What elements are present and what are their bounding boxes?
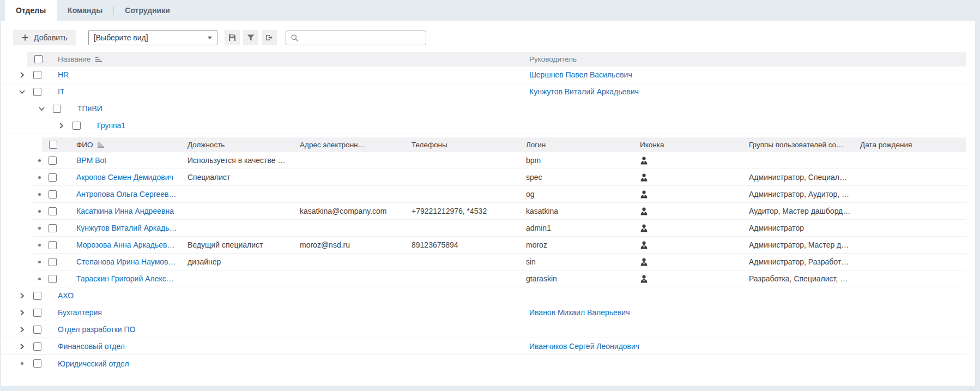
tab-bar: Отделы Команды Сотрудники <box>0 0 980 21</box>
column-header-fio[interactable]: ФИО <box>76 141 187 149</box>
manager-link[interactable]: Кунжутов Виталий Аркадьевич <box>529 87 639 96</box>
column-header-phones[interactable]: Телефоны <box>412 141 526 149</box>
row-checkbox[interactable] <box>33 88 41 96</box>
bullet-icon <box>38 244 41 246</box>
column-header-icon[interactable]: Иконка <box>640 141 749 149</box>
column-header-login[interactable]: Логин <box>526 141 640 149</box>
row-checkbox[interactable] <box>33 359 41 368</box>
position-cell: дизайнер <box>187 257 300 266</box>
column-header-email[interactable]: Адрес электронн… <box>300 141 412 149</box>
content-panel: Добавить [Выберите вид] <box>1 21 975 386</box>
department-link[interactable]: Группа1 <box>97 121 125 130</box>
bullet-icon <box>21 362 23 365</box>
employee-link[interactable]: Тараскин Григорий Алекс… <box>76 274 174 283</box>
groups-cell: Администратор <box>749 224 860 232</box>
row-checkbox[interactable] <box>33 326 41 334</box>
column-header-groups[interactable]: Группы пользователей со… <box>749 141 860 149</box>
filter-button[interactable] <box>243 30 258 45</box>
row-checkbox[interactable] <box>49 190 57 198</box>
save-view-button[interactable] <box>225 30 240 45</box>
position-cell: Ведущий специалист <box>187 240 300 249</box>
column-header-name[interactable]: Название <box>58 55 102 63</box>
tab-teams[interactable]: Команды <box>57 0 113 21</box>
bullet-icon <box>38 261 41 263</box>
column-header-manager[interactable]: Руководитель <box>527 55 966 63</box>
employee-link[interactable]: Акропов Семен Демидович <box>76 173 173 182</box>
add-button[interactable]: Добавить <box>13 30 76 45</box>
email-cell: kasatkina@company.com <box>300 207 412 215</box>
row-checkbox[interactable] <box>33 309 41 317</box>
person-icon <box>640 207 648 215</box>
groups-cell: Администратор, Разработ… <box>749 257 860 266</box>
groups-cell: Администратор, Мастер д… <box>749 240 860 249</box>
collapse-button[interactable] <box>18 88 26 95</box>
select-all-checkbox[interactable] <box>34 55 43 63</box>
groups-cell: Администратор, Специал… <box>749 173 860 182</box>
export-button[interactable] <box>262 30 277 45</box>
bullet-icon <box>38 193 41 196</box>
view-select-value: [Выберите вид] <box>94 33 148 42</box>
login-cell: gtaraskin <box>526 274 640 283</box>
department-link[interactable]: Отдел разработки ПО <box>58 325 136 334</box>
tab-departments[interactable]: Отделы <box>5 0 57 21</box>
phones-cell: +79221212976, *4532 <box>412 207 526 215</box>
column-header-birthdate[interactable]: Дата рождения <box>860 141 966 149</box>
view-select[interactable]: [Выберите вид] <box>88 30 217 45</box>
row-checkbox[interactable] <box>53 105 61 113</box>
person-icon <box>640 173 648 182</box>
row-checkbox[interactable] <box>49 224 57 232</box>
collapse-button[interactable] <box>38 105 45 112</box>
groups-cell: Администратор, Аудитор, … <box>749 190 860 198</box>
row-checkbox[interactable] <box>49 157 57 165</box>
department-row-finansovyj: Финансовый отдел Иванчиков Сергей Леонид… <box>1 338 966 355</box>
person-icon <box>640 258 648 266</box>
row-checkbox[interactable] <box>72 122 81 130</box>
employee-link[interactable]: Касаткина Инна Андреевна <box>76 207 174 215</box>
row-checkbox[interactable] <box>49 241 57 249</box>
expand-button[interactable] <box>18 71 26 79</box>
manager-link[interactable]: Иванчиков Сергей Леонидович <box>529 342 639 351</box>
manager-link[interactable]: Шершнев Павел Васильевич <box>529 70 632 79</box>
bullet-icon <box>38 227 41 230</box>
search-input[interactable] <box>303 33 421 42</box>
row-checkbox[interactable] <box>49 173 57 182</box>
department-link[interactable]: АХО <box>58 291 74 300</box>
row-checkbox[interactable] <box>33 342 41 351</box>
select-all-checkbox[interactable] <box>49 141 57 149</box>
employee-link[interactable]: Кунжутов Виталий Аркадь… <box>76 224 177 232</box>
expand-button[interactable] <box>18 309 26 316</box>
row-checkbox[interactable] <box>33 71 41 79</box>
row-checkbox[interactable] <box>49 258 57 266</box>
department-link[interactable]: Юридический отдел <box>58 359 129 368</box>
bullet-icon <box>38 159 41 162</box>
row-checkbox[interactable] <box>49 275 57 283</box>
employee-link[interactable]: Антропова Ольга Сергеев… <box>76 190 177 198</box>
bullet-icon <box>38 210 41 213</box>
position-cell: Используется в качестве … <box>187 156 300 165</box>
chevron-down-icon <box>19 88 26 95</box>
department-link[interactable]: Бухгалтерия <box>58 308 102 317</box>
row-checkbox[interactable] <box>49 207 57 215</box>
department-link[interactable]: IT <box>58 87 64 96</box>
expand-button[interactable] <box>18 343 26 350</box>
row-checkbox[interactable] <box>33 292 41 300</box>
expand-button[interactable] <box>18 292 26 299</box>
tab-employees[interactable]: Сотрудники <box>114 0 181 21</box>
department-link[interactable]: ТПиВИ <box>77 104 102 113</box>
expand-button[interactable] <box>57 122 65 129</box>
employee-link[interactable]: BPM Bot <box>76 156 106 165</box>
department-link[interactable]: HR <box>58 70 69 79</box>
chevron-right-icon <box>19 71 26 79</box>
column-header-position[interactable]: Должность <box>187 141 300 149</box>
sort-icon[interactable] <box>95 57 102 62</box>
department-link[interactable]: Финансовый отдел <box>58 342 125 351</box>
add-button-label: Добавить <box>34 33 68 42</box>
employee-link[interactable]: Морозова Анна Аркадьев… <box>76 240 175 249</box>
chevron-right-icon <box>58 122 65 129</box>
person-icon <box>640 241 648 249</box>
manager-link[interactable]: Иванов Михаил Валерьевич <box>529 308 630 317</box>
employee-link[interactable]: Степанова Ирина Наумов… <box>76 257 176 266</box>
departments-header-row: Название Руководитель <box>1 52 966 67</box>
sort-icon[interactable] <box>98 142 104 148</box>
expand-button[interactable] <box>18 326 26 333</box>
